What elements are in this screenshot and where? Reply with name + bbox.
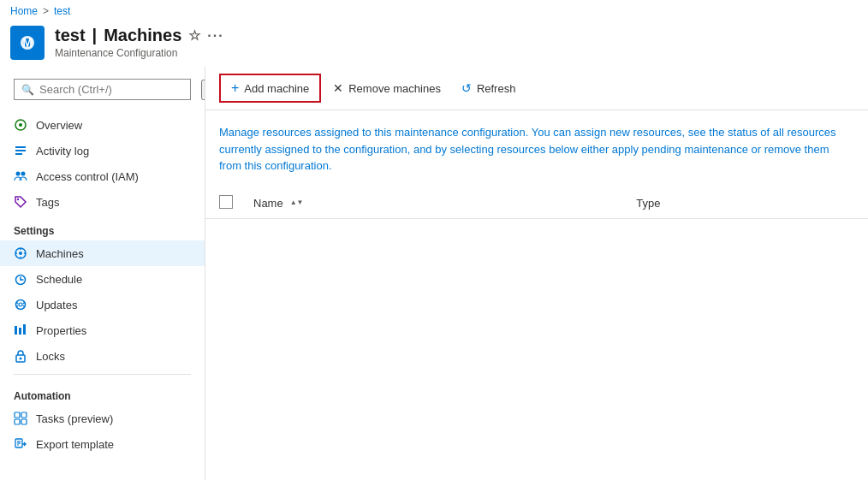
add-machine-button[interactable]: + Add machine bbox=[219, 74, 321, 103]
locks-icon bbox=[14, 349, 27, 363]
svg-rect-33 bbox=[15, 412, 20, 418]
sidebar-item-label: Access control (IAM) bbox=[36, 170, 139, 183]
svg-rect-30 bbox=[23, 324, 26, 335]
sidebar-item-label: Tasks (preview) bbox=[36, 412, 113, 425]
plus-icon: + bbox=[231, 80, 239, 96]
tags-icon bbox=[14, 195, 27, 209]
divider bbox=[14, 374, 191, 375]
sidebar-item-machines[interactable]: Machines bbox=[0, 240, 205, 266]
info-text: Manage resources assigned to this mainte… bbox=[205, 110, 856, 175]
automation-section-label: Automation bbox=[0, 380, 205, 406]
svg-point-22 bbox=[16, 300, 26, 310]
breadcrumb-home[interactable]: Home bbox=[10, 5, 38, 17]
sidebar-item-export[interactable]: Export template bbox=[0, 431, 205, 457]
svg-rect-29 bbox=[19, 328, 21, 335]
sidebar-item-overview[interactable]: Overview bbox=[0, 112, 205, 138]
sidebar-item-label: Schedule bbox=[36, 273, 82, 286]
sidebar-item-schedule[interactable]: Schedule bbox=[0, 266, 205, 292]
more-options-icon[interactable]: ··· bbox=[207, 28, 223, 44]
sidebar-item-label: Tags bbox=[36, 196, 59, 209]
main-layout: 🔍 « Overview Activi bbox=[0, 67, 868, 480]
breadcrumb: Home > test bbox=[0, 0, 868, 22]
svg-rect-6 bbox=[15, 146, 26, 148]
page-subtitle: Maintenance Configuration bbox=[55, 47, 224, 59]
type-column-header: Type bbox=[626, 188, 868, 219]
x-icon: ✕ bbox=[333, 81, 343, 95]
toolbar: + Add machine ✕ Remove machines ↺ Refres… bbox=[205, 67, 868, 110]
access-control-icon bbox=[14, 169, 27, 183]
svg-rect-28 bbox=[15, 326, 17, 335]
machines-table: Name ▲▼ Type bbox=[205, 188, 868, 219]
svg-point-9 bbox=[16, 172, 21, 176]
select-all-header bbox=[205, 188, 243, 219]
search-icon: 🔍 bbox=[21, 84, 34, 96]
page-header: M test | Machines ☆ ··· Maintenance Conf… bbox=[0, 22, 868, 67]
sidebar-item-label: Locks bbox=[36, 350, 65, 363]
svg-point-12 bbox=[17, 199, 19, 200]
activity-log-icon bbox=[14, 144, 27, 157]
page-title: test | Machines ☆ ··· bbox=[55, 26, 224, 45]
properties-icon bbox=[14, 323, 27, 337]
breadcrumb-current[interactable]: test bbox=[54, 5, 70, 17]
sidebar-item-updates[interactable]: Updates bbox=[0, 292, 205, 317]
sidebar-item-tasks[interactable]: Tasks (preview) bbox=[0, 406, 205, 431]
svg-point-5 bbox=[19, 123, 22, 127]
svg-point-10 bbox=[21, 172, 26, 176]
breadcrumb-separator: > bbox=[43, 5, 49, 17]
svg-rect-7 bbox=[15, 150, 26, 151]
sort-icon[interactable]: ▲▼ bbox=[290, 199, 304, 206]
sidebar-item-tags[interactable]: Tags bbox=[0, 189, 205, 215]
export-icon bbox=[14, 437, 27, 451]
tasks-icon bbox=[14, 412, 27, 425]
favorite-icon[interactable]: ☆ bbox=[188, 27, 200, 44]
svg-text:M: M bbox=[22, 36, 33, 50]
sidebar-item-label: Machines bbox=[36, 247, 84, 260]
remove-machines-button[interactable]: ✕ Remove machines bbox=[324, 76, 449, 100]
name-column-header[interactable]: Name ▲▼ bbox=[243, 188, 626, 219]
svg-point-23 bbox=[19, 303, 22, 306]
sidebar-item-label: Properties bbox=[36, 324, 86, 337]
svg-point-32 bbox=[20, 358, 22, 360]
sidebar-item-activity-log[interactable]: Activity log bbox=[0, 138, 205, 163]
svg-rect-35 bbox=[15, 419, 20, 424]
svg-point-14 bbox=[19, 252, 22, 255]
sidebar-item-locks[interactable]: Locks bbox=[0, 343, 205, 369]
svg-rect-34 bbox=[21, 412, 27, 418]
resource-icon: M bbox=[10, 26, 45, 60]
select-all-checkbox[interactable] bbox=[219, 195, 233, 209]
header-text: test | Machines ☆ ··· Maintenance Config… bbox=[55, 26, 224, 59]
search-box[interactable]: 🔍 bbox=[14, 79, 191, 100]
sidebar-item-access-control[interactable]: Access control (IAM) bbox=[0, 163, 205, 189]
refresh-icon: ↺ bbox=[461, 81, 472, 95]
sidebar-item-label: Export template bbox=[36, 438, 114, 451]
sidebar-item-label: Overview bbox=[36, 119, 82, 132]
schedule-icon bbox=[14, 272, 27, 286]
sidebar-item-label: Activity log bbox=[36, 145, 89, 157]
updates-icon bbox=[14, 298, 27, 311]
content-area: + Add machine ✕ Remove machines ↺ Refres… bbox=[205, 67, 868, 480]
svg-rect-8 bbox=[15, 153, 22, 155]
sidebar-item-properties[interactable]: Properties bbox=[0, 317, 205, 343]
search-input[interactable] bbox=[39, 83, 183, 96]
svg-marker-11 bbox=[15, 197, 26, 207]
sidebar-item-label: Updates bbox=[36, 299, 77, 311]
machines-icon bbox=[14, 246, 27, 260]
settings-section-label: Settings bbox=[0, 215, 205, 240]
svg-rect-36 bbox=[21, 419, 27, 424]
overview-icon bbox=[14, 118, 27, 132]
sidebar: 🔍 « Overview Activi bbox=[0, 67, 205, 480]
refresh-button[interactable]: ↺ Refresh bbox=[453, 76, 525, 100]
